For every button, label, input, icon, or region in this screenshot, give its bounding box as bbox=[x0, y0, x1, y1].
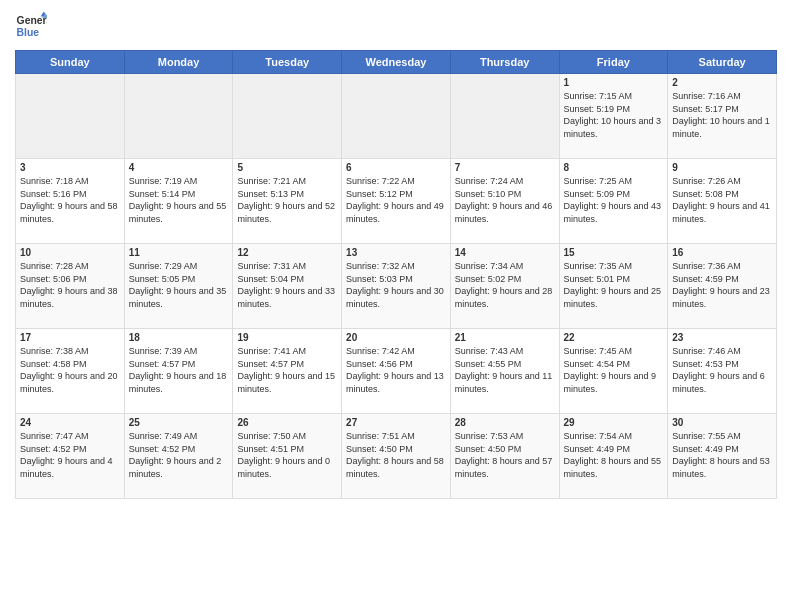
calendar-cell: 20Sunrise: 7:42 AMSunset: 4:56 PMDayligh… bbox=[342, 329, 451, 414]
calendar-cell: 19Sunrise: 7:41 AMSunset: 4:57 PMDayligh… bbox=[233, 329, 342, 414]
calendar-week-row: 10Sunrise: 7:28 AMSunset: 5:06 PMDayligh… bbox=[16, 244, 777, 329]
calendar-cell: 1Sunrise: 7:15 AMSunset: 5:19 PMDaylight… bbox=[559, 74, 668, 159]
day-info: Sunrise: 7:21 AMSunset: 5:13 PMDaylight:… bbox=[237, 175, 337, 225]
logo: General Blue bbox=[15, 10, 47, 42]
calendar-cell: 22Sunrise: 7:45 AMSunset: 4:54 PMDayligh… bbox=[559, 329, 668, 414]
day-number: 30 bbox=[672, 417, 772, 428]
weekday-header: Friday bbox=[559, 51, 668, 74]
day-info: Sunrise: 7:32 AMSunset: 5:03 PMDaylight:… bbox=[346, 260, 446, 310]
day-info: Sunrise: 7:49 AMSunset: 4:52 PMDaylight:… bbox=[129, 430, 229, 480]
calendar-cell: 4Sunrise: 7:19 AMSunset: 5:14 PMDaylight… bbox=[124, 159, 233, 244]
day-number: 20 bbox=[346, 332, 446, 343]
day-number: 18 bbox=[129, 332, 229, 343]
day-info: Sunrise: 7:31 AMSunset: 5:04 PMDaylight:… bbox=[237, 260, 337, 310]
day-number: 10 bbox=[20, 247, 120, 258]
day-number: 8 bbox=[564, 162, 664, 173]
day-number: 22 bbox=[564, 332, 664, 343]
calendar-table: SundayMondayTuesdayWednesdayThursdayFrid… bbox=[15, 50, 777, 499]
calendar-cell: 24Sunrise: 7:47 AMSunset: 4:52 PMDayligh… bbox=[16, 414, 125, 499]
weekday-header: Thursday bbox=[450, 51, 559, 74]
day-info: Sunrise: 7:51 AMSunset: 4:50 PMDaylight:… bbox=[346, 430, 446, 480]
day-info: Sunrise: 7:22 AMSunset: 5:12 PMDaylight:… bbox=[346, 175, 446, 225]
calendar-cell bbox=[342, 74, 451, 159]
day-info: Sunrise: 7:18 AMSunset: 5:16 PMDaylight:… bbox=[20, 175, 120, 225]
day-number: 29 bbox=[564, 417, 664, 428]
day-info: Sunrise: 7:34 AMSunset: 5:02 PMDaylight:… bbox=[455, 260, 555, 310]
day-info: Sunrise: 7:55 AMSunset: 4:49 PMDaylight:… bbox=[672, 430, 772, 480]
calendar-cell: 9Sunrise: 7:26 AMSunset: 5:08 PMDaylight… bbox=[668, 159, 777, 244]
day-number: 16 bbox=[672, 247, 772, 258]
day-number: 11 bbox=[129, 247, 229, 258]
calendar-week-row: 1Sunrise: 7:15 AMSunset: 5:19 PMDaylight… bbox=[16, 74, 777, 159]
weekday-header: Wednesday bbox=[342, 51, 451, 74]
day-number: 17 bbox=[20, 332, 120, 343]
calendar-week-row: 17Sunrise: 7:38 AMSunset: 4:58 PMDayligh… bbox=[16, 329, 777, 414]
day-info: Sunrise: 7:29 AMSunset: 5:05 PMDaylight:… bbox=[129, 260, 229, 310]
calendar-cell: 10Sunrise: 7:28 AMSunset: 5:06 PMDayligh… bbox=[16, 244, 125, 329]
day-info: Sunrise: 7:16 AMSunset: 5:17 PMDaylight:… bbox=[672, 90, 772, 140]
weekday-header: Monday bbox=[124, 51, 233, 74]
day-info: Sunrise: 7:50 AMSunset: 4:51 PMDaylight:… bbox=[237, 430, 337, 480]
day-info: Sunrise: 7:45 AMSunset: 4:54 PMDaylight:… bbox=[564, 345, 664, 395]
calendar-cell bbox=[124, 74, 233, 159]
calendar-cell: 29Sunrise: 7:54 AMSunset: 4:49 PMDayligh… bbox=[559, 414, 668, 499]
day-number: 9 bbox=[672, 162, 772, 173]
calendar-cell bbox=[16, 74, 125, 159]
day-number: 27 bbox=[346, 417, 446, 428]
day-number: 24 bbox=[20, 417, 120, 428]
day-number: 26 bbox=[237, 417, 337, 428]
calendar-cell: 6Sunrise: 7:22 AMSunset: 5:12 PMDaylight… bbox=[342, 159, 451, 244]
day-number: 7 bbox=[455, 162, 555, 173]
day-number: 15 bbox=[564, 247, 664, 258]
calendar-cell: 7Sunrise: 7:24 AMSunset: 5:10 PMDaylight… bbox=[450, 159, 559, 244]
day-info: Sunrise: 7:28 AMSunset: 5:06 PMDaylight:… bbox=[20, 260, 120, 310]
weekday-header: Tuesday bbox=[233, 51, 342, 74]
header: General Blue bbox=[15, 10, 777, 42]
day-info: Sunrise: 7:26 AMSunset: 5:08 PMDaylight:… bbox=[672, 175, 772, 225]
calendar-cell: 21Sunrise: 7:43 AMSunset: 4:55 PMDayligh… bbox=[450, 329, 559, 414]
calendar-cell: 16Sunrise: 7:36 AMSunset: 4:59 PMDayligh… bbox=[668, 244, 777, 329]
day-number: 5 bbox=[237, 162, 337, 173]
calendar-cell: 27Sunrise: 7:51 AMSunset: 4:50 PMDayligh… bbox=[342, 414, 451, 499]
day-number: 25 bbox=[129, 417, 229, 428]
calendar-cell: 2Sunrise: 7:16 AMSunset: 5:17 PMDaylight… bbox=[668, 74, 777, 159]
calendar-cell: 5Sunrise: 7:21 AMSunset: 5:13 PMDaylight… bbox=[233, 159, 342, 244]
day-info: Sunrise: 7:43 AMSunset: 4:55 PMDaylight:… bbox=[455, 345, 555, 395]
calendar-cell: 30Sunrise: 7:55 AMSunset: 4:49 PMDayligh… bbox=[668, 414, 777, 499]
calendar-cell: 17Sunrise: 7:38 AMSunset: 4:58 PMDayligh… bbox=[16, 329, 125, 414]
day-number: 19 bbox=[237, 332, 337, 343]
day-number: 3 bbox=[20, 162, 120, 173]
day-info: Sunrise: 7:38 AMSunset: 4:58 PMDaylight:… bbox=[20, 345, 120, 395]
day-number: 23 bbox=[672, 332, 772, 343]
day-info: Sunrise: 7:41 AMSunset: 4:57 PMDaylight:… bbox=[237, 345, 337, 395]
weekday-header-row: SundayMondayTuesdayWednesdayThursdayFrid… bbox=[16, 51, 777, 74]
calendar-week-row: 3Sunrise: 7:18 AMSunset: 5:16 PMDaylight… bbox=[16, 159, 777, 244]
calendar-container: General Blue SundayMondayTuesdayWednesda… bbox=[0, 0, 792, 612]
day-number: 13 bbox=[346, 247, 446, 258]
svg-text:Blue: Blue bbox=[17, 27, 40, 38]
calendar-cell: 25Sunrise: 7:49 AMSunset: 4:52 PMDayligh… bbox=[124, 414, 233, 499]
calendar-cell: 23Sunrise: 7:46 AMSunset: 4:53 PMDayligh… bbox=[668, 329, 777, 414]
calendar-cell: 8Sunrise: 7:25 AMSunset: 5:09 PMDaylight… bbox=[559, 159, 668, 244]
svg-text:General: General bbox=[17, 15, 47, 26]
day-number: 4 bbox=[129, 162, 229, 173]
weekday-header: Saturday bbox=[668, 51, 777, 74]
weekday-header: Sunday bbox=[16, 51, 125, 74]
day-number: 12 bbox=[237, 247, 337, 258]
day-info: Sunrise: 7:53 AMSunset: 4:50 PMDaylight:… bbox=[455, 430, 555, 480]
calendar-cell: 3Sunrise: 7:18 AMSunset: 5:16 PMDaylight… bbox=[16, 159, 125, 244]
calendar-cell: 14Sunrise: 7:34 AMSunset: 5:02 PMDayligh… bbox=[450, 244, 559, 329]
calendar-cell: 26Sunrise: 7:50 AMSunset: 4:51 PMDayligh… bbox=[233, 414, 342, 499]
calendar-week-row: 24Sunrise: 7:47 AMSunset: 4:52 PMDayligh… bbox=[16, 414, 777, 499]
calendar-cell bbox=[233, 74, 342, 159]
day-number: 2 bbox=[672, 77, 772, 88]
day-info: Sunrise: 7:15 AMSunset: 5:19 PMDaylight:… bbox=[564, 90, 664, 140]
calendar-cell: 12Sunrise: 7:31 AMSunset: 5:04 PMDayligh… bbox=[233, 244, 342, 329]
day-info: Sunrise: 7:47 AMSunset: 4:52 PMDaylight:… bbox=[20, 430, 120, 480]
day-info: Sunrise: 7:36 AMSunset: 4:59 PMDaylight:… bbox=[672, 260, 772, 310]
day-info: Sunrise: 7:42 AMSunset: 4:56 PMDaylight:… bbox=[346, 345, 446, 395]
day-info: Sunrise: 7:39 AMSunset: 4:57 PMDaylight:… bbox=[129, 345, 229, 395]
calendar-cell: 28Sunrise: 7:53 AMSunset: 4:50 PMDayligh… bbox=[450, 414, 559, 499]
day-number: 14 bbox=[455, 247, 555, 258]
day-info: Sunrise: 7:24 AMSunset: 5:10 PMDaylight:… bbox=[455, 175, 555, 225]
